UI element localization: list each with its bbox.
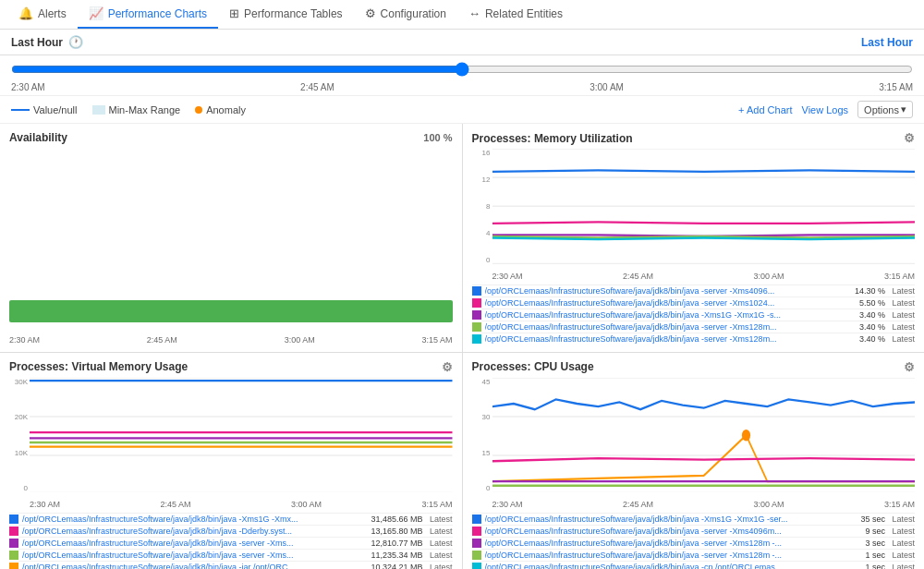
options-button[interactable]: Options ▾ bbox=[857, 101, 913, 118]
time-bar: Last Hour 🕐 Last Hour bbox=[0, 30, 924, 55]
data-latest: Latest bbox=[889, 310, 915, 320]
data-label[interactable]: /opt/ORCLemaas/InfrastructureSoftware/ja… bbox=[485, 563, 827, 569]
cpu-chart-inner bbox=[492, 378, 916, 493]
tab-performance-charts[interactable]: 📈 Performance Charts bbox=[78, 0, 218, 29]
legend-bar: Value/null Min-Max Range Anomaly + Add C… bbox=[0, 96, 924, 124]
color-swatch bbox=[472, 539, 481, 548]
data-label[interactable]: /opt/ORCLemaas/InfrastructureSoftware/ja… bbox=[485, 334, 827, 344]
data-label[interactable]: /opt/ORCLemaas/InfrastructureSoftware/ja… bbox=[22, 539, 364, 548]
memory-utilization-title: Processes: Memory Utilization ⚙ bbox=[472, 131, 916, 145]
legend-anomaly: Anomaly bbox=[195, 104, 246, 115]
time-label-2: 2:45 AM bbox=[300, 82, 334, 92]
color-swatch bbox=[472, 298, 481, 308]
data-latest: Latest bbox=[889, 563, 915, 569]
table-row: /opt/ORCLemaas/InfrastructureSoftware/ja… bbox=[472, 525, 916, 537]
tab-alerts[interactable]: 🔔 Alerts bbox=[7, 0, 78, 29]
data-label[interactable]: /opt/ORCLemaas/InfrastructureSoftware/ja… bbox=[485, 322, 827, 332]
data-value: 11,235.34 MB bbox=[368, 551, 423, 560]
data-value: 3 sec bbox=[830, 539, 885, 548]
table-row: /opt/ORCLemaas/InfrastructureSoftware/ja… bbox=[472, 309, 916, 321]
virtual-memory-gear-icon[interactable]: ⚙ bbox=[442, 360, 453, 374]
performance-charts-icon: 📈 bbox=[89, 6, 103, 20]
color-swatch bbox=[472, 310, 481, 320]
table-row: /opt/ORCLemaas/InfrastructureSoftware/ja… bbox=[9, 549, 453, 561]
virtual-memory-chart: 30K 20K 10K 0 bbox=[9, 378, 453, 510]
table-row: /opt/ORCLemaas/InfrastructureSoftware/ja… bbox=[472, 284, 916, 297]
cpu-usage-chart: 45 30 15 0 bbox=[472, 378, 916, 510]
add-chart-button[interactable]: + Add Chart bbox=[738, 104, 792, 115]
availability-panel: Availability 100 % 2:30 AM 2:45 AM 3:00 … bbox=[0, 124, 462, 352]
memory-x-labels: 2:30 AM 2:45 AM 3:00 AM 3:15 AM bbox=[492, 272, 916, 281]
data-value: 1 sec bbox=[830, 551, 885, 560]
color-swatch bbox=[472, 515, 481, 524]
data-value: 12,810.77 MB bbox=[368, 539, 423, 548]
memory-svg bbox=[492, 149, 916, 264]
table-row: /opt/ORCLemaas/InfrastructureSoftware/ja… bbox=[9, 525, 453, 537]
availability-title: Availability 100 % bbox=[9, 131, 453, 144]
data-value: 14.30 % bbox=[830, 286, 885, 296]
table-row: /opt/ORCLemaas/InfrastructureSoftware/ja… bbox=[9, 513, 453, 525]
data-latest: Latest bbox=[427, 539, 453, 548]
legend-min-max: Min-Max Range bbox=[92, 104, 181, 115]
data-latest: Latest bbox=[889, 286, 915, 296]
virtual-memory-svg bbox=[30, 378, 453, 493]
data-label[interactable]: /opt/ORCLemaas/InfrastructureSoftware/ja… bbox=[22, 527, 364, 536]
tab-performance-tables[interactable]: ⊞ Performance Tables bbox=[218, 0, 354, 29]
memory-utilization-chart: 16 12 8 4 0 bbox=[472, 149, 916, 281]
cpu-svg bbox=[492, 378, 916, 493]
table-row: /opt/ORCLemaas/InfrastructureSoftware/ja… bbox=[472, 549, 916, 561]
charts-grid: Availability 100 % 2:30 AM 2:45 AM 3:00 … bbox=[0, 124, 924, 569]
color-swatch bbox=[472, 322, 481, 332]
data-value: 3.40 % bbox=[830, 334, 885, 344]
memory-chart-inner bbox=[492, 149, 916, 264]
data-label[interactable]: /opt/ORCLemaas/InfrastructureSoftware/ja… bbox=[485, 539, 827, 548]
availability-bar bbox=[9, 300, 453, 322]
color-swatch bbox=[9, 563, 18, 569]
availability-bar-area bbox=[9, 293, 453, 330]
data-value: 35 sec bbox=[830, 515, 885, 524]
data-label[interactable]: /opt/ORCLemaas/InfrastructureSoftware/ja… bbox=[485, 527, 827, 536]
availability-percent: 100 % bbox=[423, 132, 452, 143]
data-value: 1 sec bbox=[830, 563, 885, 569]
data-label[interactable]: /opt/ORCLemaas/InfrastructureSoftware/ja… bbox=[22, 551, 364, 560]
cpu-usage-panel: Processes: CPU Usage ⚙ 45 30 15 0 bbox=[463, 353, 925, 570]
legend-box-icon bbox=[92, 105, 105, 115]
tab-related-entities[interactable]: ↔ Related Entities bbox=[457, 0, 574, 29]
virtual-memory-chart-inner bbox=[30, 378, 453, 493]
legend-line-icon bbox=[11, 109, 30, 111]
availability-time-labels: 2:30 AM 2:45 AM 3:00 AM 3:15 AM bbox=[9, 335, 453, 345]
view-logs-button[interactable]: View Logs bbox=[802, 104, 849, 115]
data-latest: Latest bbox=[889, 527, 915, 536]
data-value: 31,485.66 MB bbox=[368, 515, 423, 524]
time-label-3: 3:00 AM bbox=[590, 82, 624, 92]
timeline-container: 2:30 AM 2:45 AM 3:00 AM 3:15 AM bbox=[0, 55, 924, 96]
time-bar-label: Last Hour bbox=[11, 36, 63, 49]
data-label[interactable]: /opt/ORCLemaas/InfrastructureSoftware/ja… bbox=[485, 286, 827, 296]
svg-point-13 bbox=[741, 430, 749, 441]
cpu-x-labels: 2:30 AM 2:45 AM 3:00 AM 3:15 AM bbox=[492, 500, 916, 509]
color-swatch bbox=[9, 515, 18, 524]
data-label[interactable]: /opt/ORCLemaas/InfrastructureSoftware/ja… bbox=[485, 515, 827, 524]
data-label[interactable]: /opt/ORCLemaas/InfrastructureSoftware/ja… bbox=[22, 515, 364, 524]
data-label[interactable]: /opt/ORCLemaas/InfrastructureSoftware/ja… bbox=[22, 563, 364, 569]
memory-utilization-gear-icon[interactable]: ⚙ bbox=[904, 131, 915, 145]
color-swatch bbox=[9, 551, 18, 560]
virtual-memory-panel: Processes: Virtual Memory Usage ⚙ 30K 20… bbox=[0, 353, 462, 570]
table-row: /opt/ORCLemaas/InfrastructureSoftware/ja… bbox=[9, 537, 453, 549]
virtual-memory-table: /opt/ORCLemaas/InfrastructureSoftware/ja… bbox=[9, 513, 453, 569]
data-latest: Latest bbox=[889, 298, 915, 308]
table-row: /opt/ORCLemaas/InfrastructureSoftware/ja… bbox=[9, 561, 453, 569]
data-latest: Latest bbox=[889, 515, 915, 524]
data-label[interactable]: /opt/ORCLemaas/InfrastructureSoftware/ja… bbox=[485, 298, 827, 308]
color-swatch bbox=[9, 527, 18, 536]
configuration-icon: ⚙ bbox=[365, 6, 376, 20]
time-bar-right[interactable]: Last Hour bbox=[861, 36, 913, 49]
legend-dot-icon bbox=[195, 106, 202, 114]
color-swatch bbox=[472, 286, 481, 296]
data-label[interactable]: /opt/ORCLemaas/InfrastructureSoftware/ja… bbox=[485, 310, 827, 320]
virtual-memory-title: Processes: Virtual Memory Usage ⚙ bbox=[9, 360, 453, 374]
timeline-slider[interactable] bbox=[11, 59, 913, 79]
data-label[interactable]: /opt/ORCLemaas/InfrastructureSoftware/ja… bbox=[485, 551, 827, 560]
tab-configuration[interactable]: ⚙ Configuration bbox=[354, 0, 457, 29]
cpu-usage-gear-icon[interactable]: ⚙ bbox=[904, 360, 915, 374]
